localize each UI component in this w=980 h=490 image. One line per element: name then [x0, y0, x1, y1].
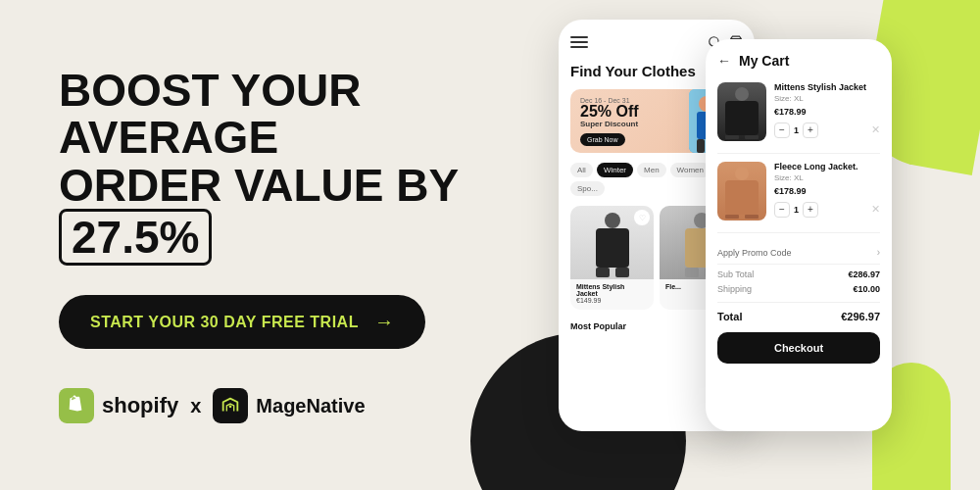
cart-item-1-price: €178.99 — [774, 107, 880, 117]
remove-item-2[interactable]: ✕ — [871, 203, 880, 216]
increase-qty-1[interactable]: + — [803, 122, 818, 138]
shipping-value: €10.00 — [853, 284, 880, 294]
headline-line2: ORDER VALUE BY 27.5% — [59, 162, 480, 267]
cart-item-1-size: Size: XL — [774, 94, 880, 103]
cart-item-img-2 — [717, 162, 766, 220]
qty-value-1: 1 — [794, 125, 799, 135]
phone-right: ← My Cart Mittens Stylish Jacke — [706, 39, 892, 431]
svg-rect-23 — [725, 135, 739, 139]
shopify-label: shopify — [102, 393, 178, 418]
cat-women[interactable]: Women — [670, 163, 710, 177]
cart-item-2-price: €178.99 — [774, 186, 880, 196]
cart-item-2: Fleece Long Jacket. Size: XL €178.99 − 1… — [717, 162, 880, 220]
cat-all[interactable]: All — [570, 163, 593, 177]
cta-label: START YOUR 30 DAY FREE TRIAL — [90, 314, 359, 331]
cart-item-1: Mittens Stylish Jacket Size: XL €178.99 … — [717, 82, 880, 141]
increase-qty-2[interactable]: + — [803, 202, 818, 218]
decrease-qty-1[interactable]: − — [774, 122, 790, 138]
headline: BOOST YOUR AVERAGE ORDER VALUE BY 27.5% — [59, 67, 480, 266]
svg-rect-14 — [596, 228, 629, 268]
svg-rect-7 — [697, 139, 705, 153]
promo-code-label: Apply Promo Code — [717, 248, 792, 258]
phones-area: Find Your Clothes Dec 16 - Dec 31 25% Of… — [490, 0, 980, 490]
cart-item-2-actions: − 1 + ✕ — [774, 202, 880, 218]
cta-button[interactable]: START YOUR 30 DAY FREE TRIAL → — [59, 295, 425, 349]
svg-rect-27 — [725, 215, 739, 219]
heart-icon-1[interactable]: ♡ — [634, 210, 650, 225]
subtotal-row: Sub Total €286.97 — [717, 270, 880, 279]
cart-title: My Cart — [739, 53, 789, 69]
most-popular-label: Most Popular — [570, 321, 626, 331]
promo-content: Dec 16 - Dec 31 25% Off Super Discount G… — [580, 97, 639, 146]
magenative-logo: MageNative — [213, 388, 365, 423]
svg-point-1 — [229, 406, 232, 409]
banner: BOOST YOUR AVERAGE ORDER VALUE BY 27.5% … — [0, 0, 980, 490]
svg-point-13 — [605, 213, 620, 228]
cart-item-1-actions: − 1 + ✕ — [774, 122, 880, 138]
promo-code-row[interactable]: Apply Promo Code › — [717, 241, 880, 265]
headline-highlight: 27.5% — [59, 209, 212, 266]
product-card-1[interactable]: ♡ Mittens Stylish Jacket €149.99 — [570, 206, 654, 310]
cart-item-1-name: Mittens Stylish Jacket — [774, 82, 880, 94]
svg-rect-22 — [725, 101, 759, 135]
svg-rect-24 — [745, 135, 759, 139]
cart-item-1-details: Mittens Stylish Jacket Size: XL €178.99 … — [774, 82, 880, 138]
back-arrow-icon[interactable]: ← — [717, 53, 731, 69]
hamburger-icon — [570, 36, 588, 48]
left-content: BOOST YOUR AVERAGE ORDER VALUE BY 27.5% … — [59, 67, 480, 423]
promo-desc: Super Discount — [580, 120, 639, 128]
shipping-label: Shipping — [717, 284, 752, 294]
divider-3 — [717, 302, 880, 303]
product-price-1: €149.99 — [576, 297, 648, 304]
cart-item-2-details: Fleece Long Jacket. Size: XL €178.99 − 1… — [774, 162, 880, 218]
subtotal-value: €286.97 — [848, 270, 880, 279]
cat-sport[interactable]: Spo... — [570, 181, 605, 196]
partner-separator: x — [190, 395, 201, 417]
qty-value-2: 1 — [794, 205, 799, 215]
total-label: Total — [717, 311, 742, 322]
svg-point-21 — [735, 87, 749, 101]
partner-logos: shopify x MageNative — [59, 388, 480, 423]
shopify-icon — [59, 388, 94, 423]
magenative-icon — [213, 388, 248, 423]
shipping-row: Shipping €10.00 — [717, 284, 880, 294]
remove-item-1[interactable]: ✕ — [871, 123, 880, 136]
promo-percent: 25% Off — [580, 104, 639, 120]
grab-btn[interactable]: Grab Now — [580, 133, 625, 146]
svg-rect-15 — [596, 268, 610, 277]
total-row: Total €296.97 — [717, 311, 880, 322]
svg-point-25 — [735, 167, 749, 180]
promo-code-chevron: › — [877, 247, 880, 258]
cart-item-2-size: Size: XL — [774, 173, 880, 182]
decrease-qty-2[interactable]: − — [774, 202, 790, 218]
product-name-1: Mittens Stylish Jacket — [576, 283, 648, 297]
svg-rect-19 — [685, 268, 699, 277]
divider-1 — [717, 153, 880, 154]
headline-line1: BOOST YOUR AVERAGE — [59, 67, 480, 162]
cart-item-2-name: Fleece Long Jacket. — [774, 162, 880, 173]
total-value: €296.97 — [841, 311, 880, 322]
shopify-logo: shopify — [59, 388, 178, 423]
cat-men[interactable]: Men — [637, 163, 666, 177]
magenative-label: MageNative — [256, 395, 365, 417]
svg-rect-16 — [615, 268, 629, 277]
cart-item-img-1 — [717, 82, 766, 141]
subtotal-label: Sub Total — [717, 270, 754, 279]
product-info-1: Mittens Stylish Jacket €149.99 — [570, 279, 654, 310]
checkout-button[interactable]: Checkout — [717, 332, 880, 364]
svg-rect-26 — [725, 180, 759, 215]
cat-winter[interactable]: Winter — [597, 163, 633, 177]
svg-rect-28 — [745, 215, 759, 219]
divider-2 — [717, 232, 880, 233]
cart-header: ← My Cart — [717, 53, 880, 69]
cta-arrow: → — [374, 311, 395, 333]
